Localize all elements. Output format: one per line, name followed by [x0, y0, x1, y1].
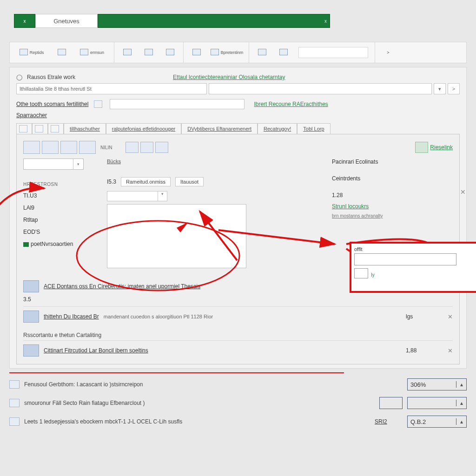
list-item-action-icon[interactable]: ✕ — [448, 313, 453, 320]
search-dropdown-button[interactable]: ▾ — [434, 83, 446, 94]
list-item-extra: mandenant cuoedon s aloorgitiuon Ptl 112… — [104, 314, 213, 319]
panel-close-button[interactable]: ✕ — [460, 188, 470, 198]
ribbon-expand-button[interactable]: > — [379, 44, 397, 61]
list-item[interactable]: thittehn Du Ibcased Br mandenant cuoedon… — [23, 306, 453, 326]
palette-icon-7[interactable] — [155, 142, 168, 153]
footer-stepper-2b[interactable]: ▴ — [407, 397, 467, 409]
footer-row-2: smouronur Fäll Secto Rain fiatagu Efbena… — [9, 394, 467, 412]
ribbon-export-button[interactable]: ermsun — [74, 44, 110, 61]
breadcrumb-right-link[interactable]: Ettaul lcontiecbtereaniniar Olosala chet… — [173, 74, 285, 80]
right-value-1: 1.28 — [332, 192, 453, 198]
stepper-value: 306% — [408, 381, 456, 388]
list-item-value: 1,88 — [406, 347, 443, 354]
left-dropdown-1[interactable]: ▾ — [23, 159, 84, 170]
stepper-up-button[interactable]: ▴ — [456, 381, 466, 388]
tab-small-button[interactable]: x — [14, 14, 35, 28]
list-item-name[interactable]: ACE Dontans oss En Cireberutis: imaten a… — [44, 283, 200, 290]
subrow-right-link[interactable]: Ibrert Recoune RAEracthithes — [254, 101, 328, 107]
tab-strip: tillhaschuther ralputefonias etfetidnoou… — [16, 123, 460, 134]
mid-button-1[interactable]: Rameitud.onmiss — [121, 177, 171, 186]
palette-icon-2[interactable] — [42, 141, 59, 154]
subrow-link-2[interactable]: Sparraocher — [16, 112, 47, 119]
stepper-up-button[interactable]: ▴ — [456, 400, 466, 406]
export-icon — [80, 49, 88, 55]
print-icon — [145, 49, 153, 55]
row-labels: HREESTROSN TI.U3 LAl9 Rtltap EOD'S poetN… — [23, 172, 98, 250]
list-item[interactable]: Cittinart Fitrcutiod Lar Boncil ibern so… — [23, 340, 453, 360]
mini-icon — [94, 100, 102, 108]
tab-icon-1[interactable] — [16, 123, 32, 134]
footer-row-3: Leets 1 ledsepjessia's ebockern mbckT-1 … — [9, 412, 467, 431]
window-tabs: x Gnetuves x — [14, 14, 476, 28]
tab-8[interactable]: Tobl Lorp — [297, 123, 330, 134]
list-item-action-icon[interactable]: ✕ — [448, 347, 453, 354]
ribbon-more-button[interactable] — [274, 44, 293, 61]
mid-dropdown-label[interactable]: Bücks — [107, 159, 323, 164]
callout-input-1[interactable] — [354, 253, 456, 265]
footer-stepper-3[interactable]: Q.B.2 ▴ — [407, 416, 467, 428]
row-5: poetNvrsoaortien — [23, 238, 98, 250]
footer-stepper-1[interactable]: 306% ▴ — [407, 378, 467, 390]
footer-checkbox-1[interactable] — [9, 380, 20, 389]
stepper-up-button[interactable]: ▴ — [456, 418, 466, 425]
footer-stepper-2a[interactable] — [379, 397, 403, 409]
tab-5[interactable]: ralputefonias etfetidnoouger — [106, 123, 181, 134]
tab-icon-3[interactable] — [48, 123, 64, 134]
palette-icon-1[interactable] — [23, 141, 40, 154]
chevron-down-icon: ▾ — [73, 159, 83, 169]
menu-icon — [58, 49, 66, 55]
ribbon-print-button[interactable] — [139, 44, 158, 61]
book-icon — [258, 49, 266, 55]
palette-icon-right[interactable] — [415, 142, 428, 153]
list-item-name[interactable]: thittehn Du Ibcased Br — [44, 313, 99, 320]
search-small-icon: ◯ — [16, 74, 22, 80]
palette-icon-5[interactable] — [126, 142, 139, 153]
more-icon — [279, 49, 288, 55]
tab-icon-2[interactable] — [32, 123, 48, 134]
ribbon-list-button[interactable] — [187, 44, 206, 61]
right-sublabel[interactable]: brn mostanns achranalty — [332, 213, 453, 218]
mid-button-2[interactable]: Itauusot — [175, 177, 204, 186]
subrow-links-2: Sparraocher — [16, 112, 460, 119]
footer-prefix[interactable]: SRI2 — [375, 418, 403, 425]
callout-label-1: offlt — [354, 246, 475, 252]
tab-4[interactable]: tillhaschuther — [64, 123, 106, 134]
ribbon-present-button[interactable]: Bpretentinm — [209, 44, 245, 61]
footer-checkbox-3[interactable] — [9, 417, 20, 426]
row-2: LAl9 — [23, 202, 98, 214]
ribbon-search-input[interactable] — [298, 47, 368, 58]
ribbon-menu-button[interactable] — [53, 44, 71, 61]
subrow-inline-input[interactable] — [110, 99, 245, 109]
canvas-box[interactable] — [107, 204, 246, 268]
ribbon-reports-button[interactable]: Reptids — [13, 44, 50, 61]
tab-main[interactable]: Gnetuves — [35, 14, 98, 28]
row-header: HREESTROSN — [23, 179, 98, 190]
callout-input-2[interactable] — [354, 268, 368, 278]
list-item-name[interactable]: Cittinart Fitrcutiod Lar Boncil ibern so… — [44, 347, 148, 354]
footer-checkbox-2[interactable] — [9, 399, 20, 407]
palette-icon-6[interactable] — [140, 142, 153, 153]
footer-row-1: Fenusoul Gerbthom: I.acascant io )stsirn… — [9, 375, 467, 394]
folder-icon — [23, 344, 39, 357]
mid-dropdown[interactable]: ▾ — [107, 191, 167, 201]
list-sub-value: 3.5 — [23, 296, 44, 303]
palette-right-link[interactable]: Rieselink — [430, 144, 453, 151]
search-input[interactable] — [16, 83, 207, 94]
search-filter-button[interactable]: > — [448, 83, 460, 94]
form-left-col: ▾ HREESTROSN TI.U3 LAl9 Rtltap EOD'S poe… — [23, 159, 98, 268]
chart-icon — [166, 49, 174, 55]
search-input-2[interactable] — [209, 83, 432, 94]
tab-6[interactable]: DVybtibercs Eftanaremenert — [181, 123, 258, 134]
form-mid-col: Bücks I5.3 Rameitud.onmiss Itauusot ▾ — [107, 159, 323, 268]
callout-panel: offlt Iy — [350, 242, 476, 293]
palette-icon-4[interactable] — [79, 141, 96, 154]
palette-label: NILIN — [100, 145, 112, 150]
tab-7[interactable]: Recatrugoy! — [258, 123, 297, 134]
content-area: ◯ Rausos Etrale work Ettaul lcontiecbter… — [9, 67, 467, 369]
ribbon-book-button[interactable] — [253, 44, 271, 61]
right-link-2[interactable]: Strunl locoukrs — [332, 203, 453, 210]
subrow-link-1[interactable]: Othe tooth scomars fertillithel — [16, 101, 88, 107]
ribbon-mail-button[interactable] — [118, 44, 137, 61]
palette-icon-3[interactable] — [60, 141, 77, 154]
ribbon-chart-button[interactable] — [161, 44, 179, 61]
